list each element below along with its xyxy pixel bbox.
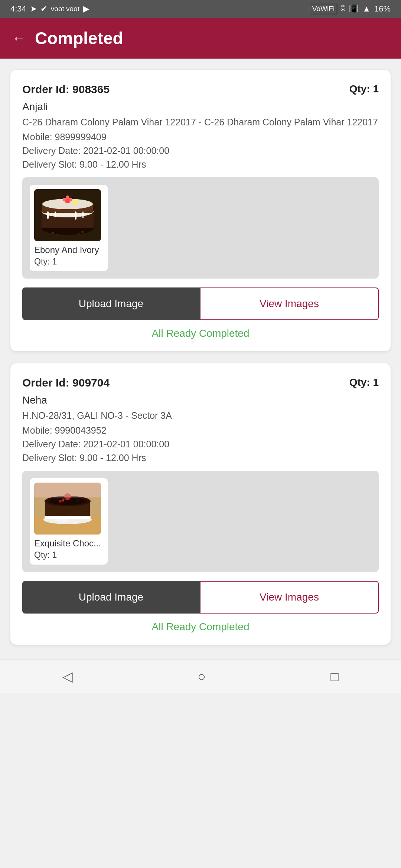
recent-nav-button[interactable]: □	[330, 669, 339, 684]
delivery-slot-2: Delivery Slot: 9.00 - 12.00 Hrs	[22, 453, 379, 463]
order-header-2: Order Id: 909704 Qty: 1	[22, 377, 379, 389]
svg-point-13	[66, 195, 69, 199]
back-button[interactable]: ←	[12, 30, 26, 46]
svg-point-31	[59, 500, 62, 503]
product-name-2: Exquisite Choc...	[34, 538, 101, 549]
customer-mobile-2: Mobile: 9990043952	[22, 425, 379, 436]
vibrate-icon: 📳	[349, 4, 359, 14]
delivery-date-2: Delivery Date: 2021-02-01 00:00:00	[22, 439, 379, 450]
customer-address-1: C-26 Dharam Colony Palam Vihar 122017 - …	[22, 116, 379, 129]
product-thumb-2	[34, 483, 101, 535]
svg-rect-9	[82, 211, 84, 218]
upload-image-button-2[interactable]: Upload Image	[22, 581, 200, 614]
order-id-2: Order Id: 909704	[22, 377, 110, 389]
svg-rect-6	[47, 211, 49, 219]
svg-point-18	[78, 233, 79, 234]
btn-row-2: Upload Image View Images	[22, 581, 379, 614]
order-header-1: Order Id: 908365 Qty: 1	[22, 83, 379, 96]
svg-rect-23	[45, 516, 91, 519]
check-icon: ✔	[40, 4, 47, 14]
svg-rect-7	[55, 211, 56, 217]
delivery-slot-1: Delivery Slot: 9.00 - 12.00 Hrs	[22, 159, 379, 170]
product-name-1: Ebony And Ivory	[34, 245, 99, 255]
signal-icon: ▲	[362, 4, 371, 14]
voot-label: voot voot	[51, 5, 79, 13]
product-area-1: Ebony And Ivory Qty: 1	[22, 177, 379, 279]
delivery-date-1: Delivery Date: 2021-02-01 00:00:00	[22, 145, 379, 156]
svg-point-32	[62, 499, 64, 502]
svg-rect-8	[75, 211, 76, 220]
svg-point-16	[56, 234, 57, 235]
view-images-button-2[interactable]: View Images	[200, 581, 379, 614]
home-nav-button[interactable]: ○	[198, 669, 206, 684]
product-item-2: Exquisite Choc... Qty: 1	[30, 478, 108, 565]
all-ready-label-1: All Ready Completed	[22, 328, 379, 339]
order-card-2: Order Id: 909704 Qty: 1 Neha H.NO-28/31,…	[10, 363, 391, 645]
upload-image-button-1[interactable]: Upload Image	[22, 287, 200, 320]
status-left: 4:34 ➤ ✔ voot voot ▶	[10, 4, 89, 14]
btn-row-1: Upload Image View Images	[22, 287, 379, 320]
status-time: 4:34	[10, 4, 26, 14]
bottom-nav: ◁ ○ □	[0, 660, 401, 693]
product-qty-1: Qty: 1	[34, 257, 57, 267]
battery-label: 16%	[374, 4, 391, 14]
bluetooth-icon: ⁑	[341, 4, 345, 14]
svg-rect-33	[34, 483, 101, 497]
product-qty-2: Qty: 1	[34, 550, 57, 560]
order-card-1: Order Id: 908365 Qty: 1 Anjali C-26 Dhar…	[10, 70, 391, 351]
customer-name-1: Anjali	[22, 101, 379, 113]
all-ready-label-2: All Ready Completed	[22, 621, 379, 633]
svg-point-34	[55, 519, 69, 522]
svg-point-11	[63, 198, 66, 201]
customer-address-2: H.NO-28/31, GALI NO-3 - Sector 3A	[22, 409, 379, 422]
top-bar: ← Completed	[0, 18, 401, 59]
customer-name-2: Neha	[22, 394, 379, 406]
product-area-2: Exquisite Choc... Qty: 1	[22, 471, 379, 572]
svg-point-15	[52, 232, 54, 234]
customer-mobile-1: Mobile: 9899999409	[22, 132, 379, 142]
order-qty-1: Qty: 1	[349, 83, 379, 95]
wifi-label: VoWiFi	[310, 4, 337, 14]
svg-point-14	[73, 200, 77, 204]
status-bar: 4:34 ➤ ✔ voot voot ▶ VoWiFi ⁑ 📳 ▲ 16%	[0, 0, 401, 18]
product-thumb-1	[34, 189, 101, 241]
youtube-icon: ▶	[83, 4, 89, 14]
view-images-button-1[interactable]: View Images	[200, 287, 379, 320]
nav-icon-status: ➤	[30, 4, 37, 14]
svg-point-17	[81, 231, 84, 233]
status-right: VoWiFi ⁑ 📳 ▲ 16%	[310, 4, 391, 14]
page-title: Completed	[35, 28, 123, 48]
order-id-1: Order Id: 908365	[22, 83, 110, 96]
svg-point-12	[69, 198, 72, 201]
orders-list: Order Id: 908365 Qty: 1 Anjali C-26 Dhar…	[0, 59, 401, 656]
product-item-1: Ebony And Ivory Qty: 1	[30, 185, 108, 271]
back-nav-button[interactable]: ◁	[62, 669, 73, 684]
order-qty-2: Qty: 1	[349, 377, 379, 388]
